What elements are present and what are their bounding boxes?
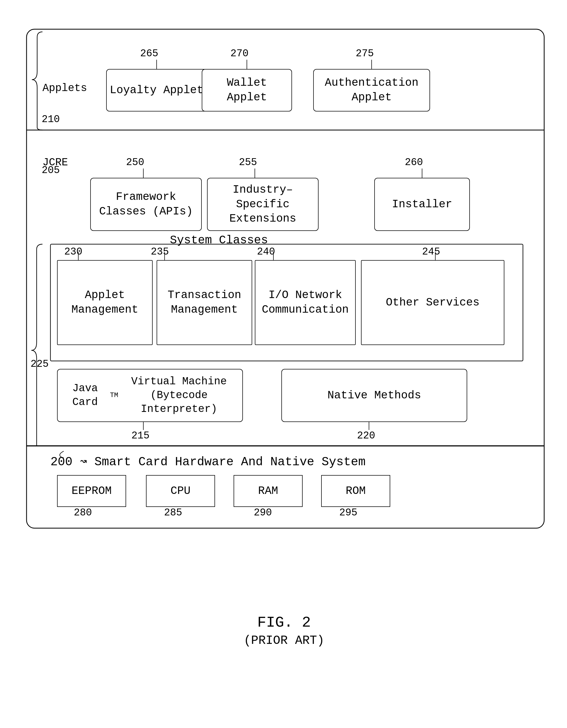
ref-260: 260: [405, 157, 423, 168]
other-services-box: Other Services: [361, 260, 504, 345]
ref-290: 290: [254, 507, 272, 518]
ref-240: 240: [257, 246, 275, 257]
installer-box: Installer: [374, 178, 470, 231]
ref-285: 285: [164, 507, 182, 518]
ref-265: 265: [140, 48, 158, 59]
ref-235: 235: [151, 246, 169, 257]
jvm-box: Java CardTM Virtual Machine(Bytecode Int…: [57, 369, 243, 422]
io-network-box: I/O NetworkCommunication: [255, 260, 356, 345]
wallet-applet-box: Wallet Applet: [202, 69, 292, 111]
ram-box: RAM: [234, 475, 303, 507]
ref-220: 220: [357, 430, 375, 441]
auth-applet-box: AuthenticationApplet: [313, 69, 430, 111]
fig-title: FIG. 2: [16, 614, 552, 631]
ref-245: 245: [422, 246, 440, 257]
ref-210: 210: [42, 114, 60, 125]
hardware-label: 200 ↝ Smart Card Hardware And Native Sys…: [50, 454, 366, 469]
loyalty-applet-box: Loyalty Applet: [106, 69, 207, 111]
rom-box: ROM: [321, 475, 390, 507]
system-classes-label: System Classes: [170, 234, 268, 247]
applets-label: Applets: [42, 82, 87, 94]
ref-230: 230: [64, 246, 82, 257]
applet-mgmt-box: AppletManagement: [57, 260, 153, 345]
ref-270: 270: [230, 48, 248, 59]
ref-295: 295: [339, 507, 357, 518]
ref-280: 280: [74, 507, 92, 518]
framework-box: FrameworkClasses (APIs): [90, 178, 202, 231]
cpu-box: CPU: [146, 475, 215, 507]
native-methods-box: Native Methods: [281, 369, 467, 422]
eeprom-box: EEPROM: [57, 475, 126, 507]
ref-250: 250: [126, 157, 144, 168]
ref-205: 205: [42, 165, 60, 176]
industry-box: Industry–SpecificExtensions: [207, 178, 319, 231]
fig-subtitle: (PRIOR ART): [16, 634, 552, 648]
ref-215: 215: [131, 430, 149, 441]
trans-mgmt-box: TransactionManagement: [157, 260, 252, 345]
ref-225: 225: [31, 358, 49, 370]
ref-275: 275: [356, 48, 374, 59]
ref-255: 255: [239, 157, 257, 168]
figure-label: FIG. 2 (PRIOR ART): [16, 614, 552, 648]
